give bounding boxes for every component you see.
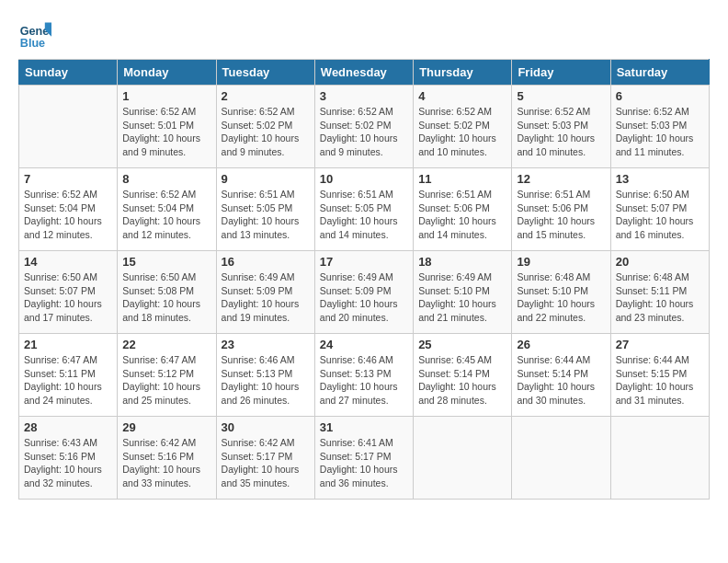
day-info: Sunrise: 6:44 AMSunset: 5:14 PMDaylight:… bbox=[517, 353, 605, 408]
day-info: Sunrise: 6:48 AMSunset: 5:11 PMDaylight:… bbox=[616, 270, 704, 325]
page-header: General Blue bbox=[18, 18, 710, 52]
day-number: 10 bbox=[320, 172, 408, 186]
day-cell: 16Sunrise: 6:49 AMSunset: 5:09 PMDayligh… bbox=[216, 251, 314, 334]
day-cell: 12Sunrise: 6:51 AMSunset: 5:06 PMDayligh… bbox=[512, 168, 610, 251]
day-info: Sunrise: 6:51 AMSunset: 5:05 PMDaylight:… bbox=[320, 188, 408, 242]
day-number: 23 bbox=[222, 338, 310, 351]
day-cell: 4Sunrise: 6:52 AMSunset: 5:02 PMDaylight… bbox=[414, 86, 512, 168]
day-number: 31 bbox=[320, 420, 408, 434]
day-header-tuesday: Tuesday bbox=[216, 60, 314, 86]
day-cell: 13Sunrise: 6:50 AMSunset: 5:07 PMDayligh… bbox=[610, 168, 709, 251]
day-cell bbox=[19, 86, 118, 168]
logo-icon: General Blue bbox=[18, 18, 51, 52]
day-info: Sunrise: 6:49 AMSunset: 5:10 PMDaylight:… bbox=[418, 270, 506, 325]
day-info: Sunrise: 6:42 AMSunset: 5:17 PMDaylight:… bbox=[222, 436, 310, 490]
day-cell: 29Sunrise: 6:42 AMSunset: 5:16 PMDayligh… bbox=[118, 417, 216, 500]
day-info: Sunrise: 6:47 AMSunset: 5:12 PMDaylight:… bbox=[122, 353, 210, 408]
week-row-2: 7Sunrise: 6:52 AMSunset: 5:04 PMDaylight… bbox=[19, 168, 710, 251]
day-cell: 27Sunrise: 6:44 AMSunset: 5:15 PMDayligh… bbox=[610, 334, 709, 417]
day-info: Sunrise: 6:52 AMSunset: 5:03 PMDaylight:… bbox=[517, 105, 605, 159]
day-cell: 21Sunrise: 6:47 AMSunset: 5:11 PMDayligh… bbox=[19, 334, 118, 417]
day-info: Sunrise: 6:49 AMSunset: 5:09 PMDaylight:… bbox=[222, 270, 310, 325]
day-number: 13 bbox=[616, 172, 704, 186]
day-number: 26 bbox=[517, 338, 605, 351]
day-cell: 25Sunrise: 6:45 AMSunset: 5:14 PMDayligh… bbox=[414, 334, 512, 417]
day-number: 19 bbox=[517, 255, 605, 269]
day-cell bbox=[414, 417, 512, 500]
day-cell: 5Sunrise: 6:52 AMSunset: 5:03 PMDaylight… bbox=[512, 86, 610, 168]
day-cell: 10Sunrise: 6:51 AMSunset: 5:05 PMDayligh… bbox=[314, 168, 413, 251]
day-cell: 7Sunrise: 6:52 AMSunset: 5:04 PMDaylight… bbox=[19, 168, 118, 251]
day-cell: 26Sunrise: 6:44 AMSunset: 5:14 PMDayligh… bbox=[512, 334, 610, 417]
day-number: 3 bbox=[320, 89, 408, 103]
day-cell: 9Sunrise: 6:51 AMSunset: 5:05 PMDaylight… bbox=[216, 168, 314, 251]
day-cell: 31Sunrise: 6:41 AMSunset: 5:17 PMDayligh… bbox=[314, 417, 413, 500]
day-number: 22 bbox=[122, 338, 210, 351]
day-number: 20 bbox=[616, 255, 704, 269]
day-info: Sunrise: 6:52 AMSunset: 5:02 PMDaylight:… bbox=[418, 105, 506, 159]
day-info: Sunrise: 6:46 AMSunset: 5:13 PMDaylight:… bbox=[222, 353, 310, 408]
day-cell: 17Sunrise: 6:49 AMSunset: 5:09 PMDayligh… bbox=[314, 251, 413, 334]
day-info: Sunrise: 6:50 AMSunset: 5:07 PMDaylight:… bbox=[24, 270, 112, 325]
day-cell bbox=[610, 417, 709, 500]
day-cell: 19Sunrise: 6:48 AMSunset: 5:10 PMDayligh… bbox=[512, 251, 610, 334]
day-cell: 11Sunrise: 6:51 AMSunset: 5:06 PMDayligh… bbox=[414, 168, 512, 251]
day-cell: 20Sunrise: 6:48 AMSunset: 5:11 PMDayligh… bbox=[610, 251, 709, 334]
day-number: 9 bbox=[222, 172, 310, 186]
day-cell: 30Sunrise: 6:42 AMSunset: 5:17 PMDayligh… bbox=[216, 417, 314, 500]
day-cell: 8Sunrise: 6:52 AMSunset: 5:04 PMDaylight… bbox=[118, 168, 216, 251]
day-info: Sunrise: 6:49 AMSunset: 5:09 PMDaylight:… bbox=[320, 270, 408, 325]
day-header-friday: Friday bbox=[512, 60, 610, 86]
day-info: Sunrise: 6:42 AMSunset: 5:16 PMDaylight:… bbox=[122, 436, 210, 490]
day-number: 24 bbox=[320, 338, 408, 351]
day-info: Sunrise: 6:50 AMSunset: 5:08 PMDaylight:… bbox=[122, 270, 210, 325]
day-info: Sunrise: 6:41 AMSunset: 5:17 PMDaylight:… bbox=[320, 436, 408, 490]
day-number: 4 bbox=[418, 89, 506, 103]
day-info: Sunrise: 6:51 AMSunset: 5:06 PMDaylight:… bbox=[418, 188, 506, 242]
day-cell: 28Sunrise: 6:43 AMSunset: 5:16 PMDayligh… bbox=[19, 417, 118, 500]
day-number: 18 bbox=[418, 255, 506, 269]
week-row-4: 21Sunrise: 6:47 AMSunset: 5:11 PMDayligh… bbox=[19, 334, 710, 417]
week-row-3: 14Sunrise: 6:50 AMSunset: 5:07 PMDayligh… bbox=[19, 251, 710, 334]
day-cell: 23Sunrise: 6:46 AMSunset: 5:13 PMDayligh… bbox=[216, 334, 314, 417]
week-row-5: 28Sunrise: 6:43 AMSunset: 5:16 PMDayligh… bbox=[19, 417, 710, 500]
day-info: Sunrise: 6:47 AMSunset: 5:11 PMDaylight:… bbox=[24, 353, 112, 408]
logo: General Blue bbox=[18, 18, 51, 52]
day-number: 11 bbox=[418, 172, 506, 186]
day-header-thursday: Thursday bbox=[414, 60, 512, 86]
day-info: Sunrise: 6:52 AMSunset: 5:02 PMDaylight:… bbox=[222, 105, 310, 159]
day-cell: 6Sunrise: 6:52 AMSunset: 5:03 PMDaylight… bbox=[610, 86, 709, 168]
day-number: 25 bbox=[418, 338, 506, 351]
day-number: 1 bbox=[122, 89, 210, 103]
day-number: 17 bbox=[320, 255, 408, 269]
day-info: Sunrise: 6:48 AMSunset: 5:10 PMDaylight:… bbox=[517, 270, 605, 325]
day-number: 12 bbox=[517, 172, 605, 186]
day-number: 27 bbox=[616, 338, 704, 351]
day-info: Sunrise: 6:52 AMSunset: 5:03 PMDaylight:… bbox=[616, 105, 704, 159]
day-cell: 15Sunrise: 6:50 AMSunset: 5:08 PMDayligh… bbox=[118, 251, 216, 334]
day-info: Sunrise: 6:52 AMSunset: 5:01 PMDaylight:… bbox=[122, 105, 210, 159]
day-number: 5 bbox=[517, 89, 605, 103]
day-info: Sunrise: 6:50 AMSunset: 5:07 PMDaylight:… bbox=[616, 188, 704, 242]
days-header-row: SundayMondayTuesdayWednesdayThursdayFrid… bbox=[19, 60, 710, 86]
day-cell: 14Sunrise: 6:50 AMSunset: 5:07 PMDayligh… bbox=[19, 251, 118, 334]
day-number: 14 bbox=[24, 255, 112, 269]
day-cell bbox=[512, 417, 610, 500]
day-number: 6 bbox=[616, 89, 704, 103]
day-number: 29 bbox=[122, 420, 210, 434]
day-info: Sunrise: 6:51 AMSunset: 5:05 PMDaylight:… bbox=[222, 188, 310, 242]
day-info: Sunrise: 6:52 AMSunset: 5:04 PMDaylight:… bbox=[24, 188, 112, 242]
day-header-saturday: Saturday bbox=[610, 60, 709, 86]
day-info: Sunrise: 6:46 AMSunset: 5:13 PMDaylight:… bbox=[320, 353, 408, 408]
day-number: 15 bbox=[122, 255, 210, 269]
day-number: 28 bbox=[24, 420, 112, 434]
day-cell: 22Sunrise: 6:47 AMSunset: 5:12 PMDayligh… bbox=[118, 334, 216, 417]
day-info: Sunrise: 6:44 AMSunset: 5:15 PMDaylight:… bbox=[616, 353, 704, 408]
day-number: 2 bbox=[222, 89, 310, 103]
day-cell: 24Sunrise: 6:46 AMSunset: 5:13 PMDayligh… bbox=[314, 334, 413, 417]
day-info: Sunrise: 6:52 AMSunset: 5:02 PMDaylight:… bbox=[320, 105, 408, 159]
day-cell: 1Sunrise: 6:52 AMSunset: 5:01 PMDaylight… bbox=[118, 86, 216, 168]
day-cell: 2Sunrise: 6:52 AMSunset: 5:02 PMDaylight… bbox=[216, 86, 314, 168]
day-cell: 18Sunrise: 6:49 AMSunset: 5:10 PMDayligh… bbox=[414, 251, 512, 334]
day-info: Sunrise: 6:52 AMSunset: 5:04 PMDaylight:… bbox=[122, 188, 210, 242]
